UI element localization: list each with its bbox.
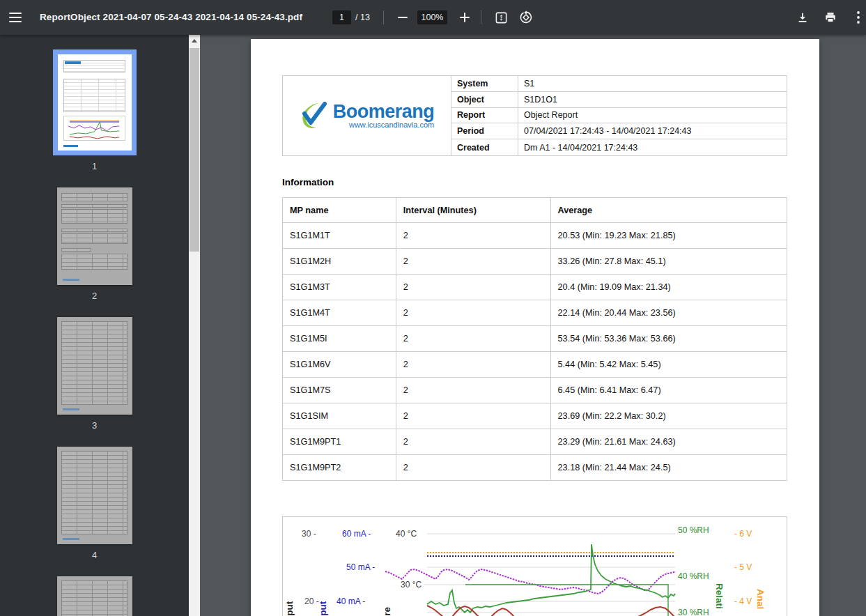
table-row: S1G1M9PT1223.29 (Min: 21.61 Max: 24.63) bbox=[283, 429, 787, 455]
table-row: S1G1M2H233.26 (Min: 27.8 Max: 45.1) bbox=[283, 249, 787, 275]
toolbar-divider bbox=[481, 10, 481, 24]
table-cell: 22.14 (Min: 20.44 Max: 23.56) bbox=[550, 300, 787, 326]
thumbnail-list: 12345 bbox=[0, 35, 189, 616]
pdf-viewer-toolbar: ReportObject 2021-04-07 05-24-43 2021-04… bbox=[0, 0, 866, 35]
mini-table-block bbox=[61, 209, 127, 224]
rotate-button[interactable] bbox=[518, 9, 534, 26]
axis-tick-label: - 5 V bbox=[734, 562, 752, 572]
meta-value: S1 bbox=[518, 76, 787, 92]
trend-chart: 30 -60 mA -40 °C50 %RH- 6 V50 mA -- 5 V4… bbox=[282, 516, 787, 616]
thumbnail-item-1: 1 bbox=[53, 49, 137, 171]
scrollbar-thumb[interactable] bbox=[190, 48, 199, 252]
col-header-interval: Interval (Minutes) bbox=[396, 198, 550, 223]
hamburger-icon bbox=[9, 13, 22, 22]
table-cell: 2 bbox=[396, 378, 550, 403]
mini-table-block bbox=[61, 248, 91, 252]
scrollbar-up-button[interactable] bbox=[189, 35, 200, 47]
thumbnail-page-5[interactable] bbox=[57, 576, 132, 616]
mini-table-block bbox=[61, 321, 127, 405]
mini-table-block bbox=[61, 233, 127, 244]
table-cell: S1G1M3T bbox=[283, 275, 396, 300]
table-cell: 23.29 (Min: 21.61 Max: 24.63) bbox=[550, 429, 787, 455]
table-row: S1G1M1T220.53 (Min: 19.23 Max: 21.85) bbox=[283, 223, 787, 249]
thumbnail-page-3[interactable] bbox=[57, 317, 132, 415]
meta-label: Object bbox=[451, 92, 518, 108]
table-row: S1G1M7S26.45 (Min: 6.41 Max: 6.47) bbox=[283, 378, 787, 403]
table-cell: 2 bbox=[396, 326, 550, 352]
document-area[interactable]: Boomerang www.icuscandinavia.com SystemS… bbox=[200, 35, 866, 616]
mini-table-block bbox=[61, 204, 127, 208]
table-cell: 5.44 (Min: 5.42 Max: 5.45) bbox=[550, 352, 787, 378]
table-cell: 2 bbox=[396, 455, 550, 481]
meta-value: S1D1O1 bbox=[518, 92, 787, 108]
table-cell: 2 bbox=[396, 352, 550, 378]
thumbnail-item-2: 2 bbox=[57, 187, 132, 301]
thumbnail-page-2[interactable] bbox=[57, 187, 132, 285]
axis-title-label: nput bbox=[318, 601, 328, 616]
thumbnail-item-4: 4 bbox=[57, 447, 132, 560]
menu-button[interactable] bbox=[7, 9, 24, 26]
report-meta-table: Boomerang www.icuscandinavia.com SystemS… bbox=[282, 75, 787, 156]
thumbnail-page-1[interactable] bbox=[58, 54, 132, 151]
mini-table-block bbox=[61, 229, 127, 233]
thumbnail-page-number: 4 bbox=[92, 550, 97, 560]
table-cell: S1G1M4T bbox=[283, 300, 396, 326]
fit-page-button[interactable] bbox=[493, 9, 509, 26]
table-row: S1G1M5I253.54 (Min: 53.36 Max: 53.66) bbox=[283, 326, 787, 352]
table-cell: S1G1M6V bbox=[283, 352, 396, 378]
mini-info-table bbox=[63, 79, 125, 112]
table-cell: 33.26 (Min: 27.8 Max: 45.1) bbox=[550, 249, 787, 275]
axis-tick-label: - 4 V bbox=[734, 596, 752, 606]
print-button[interactable] bbox=[822, 9, 839, 26]
meta-value: Dm A1 - 14/04/2021 17:24:43 bbox=[518, 139, 787, 155]
sidebar-scrollbar[interactable] bbox=[189, 35, 200, 616]
series-purple-wave bbox=[385, 569, 675, 594]
meta-label: Period bbox=[451, 123, 518, 139]
axis-tick-label: 40 %RH bbox=[678, 571, 709, 581]
table-row: S1G1M4T222.14 (Min: 20.44 Max: 23.56) bbox=[283, 300, 787, 326]
table-cell: 2 bbox=[396, 249, 550, 275]
trend-chart-canvas: 30 -60 mA -40 °C50 %RH- 6 V50 mA -- 5 V4… bbox=[283, 517, 788, 616]
print-icon bbox=[824, 11, 837, 24]
fit-page-icon bbox=[495, 11, 508, 24]
axis-tick-label: 30 %RH bbox=[678, 608, 709, 616]
table-cell: S1G1M2H bbox=[283, 249, 396, 275]
table-cell: 6.45 (Min: 6.41 Max: 6.47) bbox=[550, 378, 787, 403]
table-cell: 20.4 (Min: 19.09 Max: 21.34) bbox=[550, 275, 787, 300]
page-count-label: / 13 bbox=[355, 13, 370, 22]
mini-chart bbox=[63, 116, 125, 141]
brand-logo: Boomerang www.icuscandinavia.com bbox=[283, 76, 451, 155]
col-header-mp-name: MP name bbox=[283, 198, 396, 223]
series-red-wave bbox=[427, 606, 675, 616]
logo-wordmark: Boomerang bbox=[333, 102, 435, 121]
download-icon bbox=[796, 11, 809, 24]
axis-tick-label: 40 °C bbox=[396, 529, 417, 539]
table-cell: 23.69 (Min: 22.2 Max: 30.2) bbox=[550, 403, 787, 429]
information-table: MP name Interval (Minutes) Average S1G1M… bbox=[282, 197, 787, 481]
axis-tick-label: 50 mA - bbox=[346, 562, 375, 572]
meta-label: System bbox=[451, 76, 518, 92]
axis-title-label: Relati bbox=[714, 583, 725, 609]
rotate-icon bbox=[519, 10, 533, 24]
zoom-level[interactable]: 100% bbox=[417, 10, 447, 24]
axis-title-label: nput bbox=[284, 601, 295, 616]
download-button[interactable] bbox=[794, 9, 811, 26]
col-header-average: Average bbox=[550, 198, 787, 223]
zoom-in-button[interactable] bbox=[456, 9, 473, 26]
table-cell: S1G1M9PT2 bbox=[283, 455, 396, 481]
thumbnail-item-3: 3 bbox=[57, 317, 132, 431]
meta-value: Object Report bbox=[518, 108, 787, 124]
more-options-button[interactable] bbox=[850, 9, 866, 26]
zoom-out-button[interactable] bbox=[394, 9, 411, 26]
thumbnail-item-5: 5 bbox=[57, 576, 132, 616]
minus-icon bbox=[398, 13, 408, 22]
table-row: S1G1M9PT2223.18 (Min: 21.44 Max: 24.5) bbox=[283, 455, 787, 481]
table-cell: 53.54 (Min: 53.36 Max: 53.66) bbox=[550, 326, 787, 352]
more-vert-icon bbox=[857, 11, 860, 24]
table-row: S1G1M6V25.44 (Min: 5.42 Max: 5.45) bbox=[283, 352, 787, 378]
page-number-input[interactable]: 1 bbox=[332, 10, 351, 24]
axis-tick-label: 30 - bbox=[302, 529, 316, 539]
axis-title-label: Anal bbox=[755, 589, 766, 609]
thumbnail-page-4[interactable] bbox=[57, 447, 132, 544]
table-row: S1G1SIM223.69 (Min: 22.2 Max: 30.2) bbox=[283, 403, 787, 429]
